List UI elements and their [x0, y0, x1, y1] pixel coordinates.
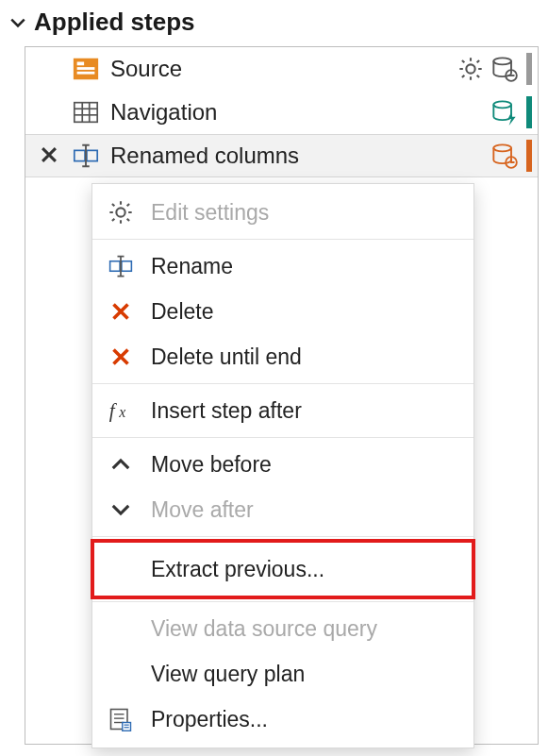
- rename-icon: [71, 141, 101, 171]
- menu-move-before[interactable]: Move before: [92, 442, 473, 487]
- menu-separator: [92, 437, 473, 438]
- step-row-navigation[interactable]: Navigation: [25, 91, 538, 134]
- menu-label: Delete until end: [151, 344, 302, 370]
- menu-move-after: Move after: [92, 487, 473, 532]
- menu-label: Extract previous...: [151, 557, 324, 582]
- chevron-down-icon: [106, 495, 136, 525]
- menu-insert-step-after[interactable]: f x Insert step after: [92, 388, 473, 433]
- menu-separator: [92, 601, 473, 602]
- svg-rect-1: [77, 62, 85, 66]
- menu-separator: [92, 536, 473, 537]
- svg-rect-27: [123, 723, 131, 731]
- table-icon: [71, 97, 101, 127]
- x-icon: [106, 342, 136, 372]
- menu-properties[interactable]: Properties...: [92, 697, 473, 742]
- panel-title: Applied steps: [34, 8, 194, 37]
- db-clock-icon[interactable]: [490, 142, 519, 170]
- svg-text:x: x: [118, 404, 125, 420]
- menu-label: Delete: [151, 299, 213, 325]
- fx-icon: f x: [106, 395, 136, 426]
- context-menu: Edit settings Rename Delete: [91, 183, 474, 748]
- chevron-up-icon: [106, 449, 136, 479]
- step-label: Renamed columns: [110, 143, 490, 169]
- db-bolt-icon[interactable]: [490, 98, 519, 126]
- menu-label: Properties...: [151, 707, 268, 732]
- svg-point-4: [493, 58, 511, 64]
- svg-rect-19: [122, 261, 132, 272]
- db-minus-icon[interactable]: [490, 55, 519, 83]
- svg-rect-14: [87, 150, 97, 160]
- step-row-renamed-columns[interactable]: Renamed columns: [25, 134, 538, 177]
- menu-view-data-source-query: View data source query: [92, 606, 473, 651]
- menu-label: View data source query: [151, 616, 377, 642]
- menu-view-query-plan[interactable]: View query plan: [92, 651, 473, 697]
- menu-separator: [92, 383, 473, 384]
- menu-label: Edit settings: [151, 200, 269, 226]
- menu-label: Move after: [151, 497, 254, 523]
- applied-steps-header[interactable]: Applied steps: [0, 0, 548, 46]
- svg-rect-7: [75, 103, 97, 123]
- menu-label: Rename: [151, 254, 233, 279]
- menu-edit-settings: Edit settings: [92, 190, 473, 235]
- svg-text:f: f: [109, 399, 118, 422]
- gear-icon[interactable]: [457, 55, 485, 83]
- step-label: Navigation: [110, 99, 490, 126]
- step-actions: [457, 53, 532, 85]
- step-label: Source: [110, 56, 457, 82]
- menu-extract-previous[interactable]: Extract previous...: [92, 541, 473, 597]
- menu-delete-until-end[interactable]: Delete until end: [92, 334, 473, 379]
- step-actions: [490, 96, 532, 128]
- svg-point-16: [493, 144, 511, 151]
- steps-list: Source: [25, 46, 539, 745]
- side-mark: [526, 140, 532, 172]
- properties-icon: [106, 704, 136, 734]
- chevron-down-icon: [9, 14, 26, 31]
- menu-label: Insert step after: [151, 398, 302, 424]
- step-actions: [490, 140, 532, 172]
- side-mark: [526, 96, 532, 128]
- svg-rect-18: [110, 261, 121, 272]
- x-icon: [106, 296, 136, 327]
- delete-step-icon[interactable]: [35, 141, 63, 169]
- menu-label: Move before: [151, 452, 272, 478]
- svg-point-12: [493, 101, 511, 108]
- svg-rect-3: [77, 72, 95, 75]
- gear-icon: [106, 197, 136, 227]
- menu-rename[interactable]: Rename: [92, 244, 473, 289]
- source-icon: [71, 54, 101, 84]
- step-row-source[interactable]: Source: [25, 47, 538, 91]
- side-mark: [526, 53, 532, 85]
- rename-icon: [106, 251, 136, 281]
- menu-delete[interactable]: Delete: [92, 289, 473, 334]
- svg-rect-13: [75, 150, 85, 160]
- menu-separator: [92, 239, 473, 240]
- svg-rect-2: [77, 67, 95, 70]
- menu-label: View query plan: [151, 662, 305, 687]
